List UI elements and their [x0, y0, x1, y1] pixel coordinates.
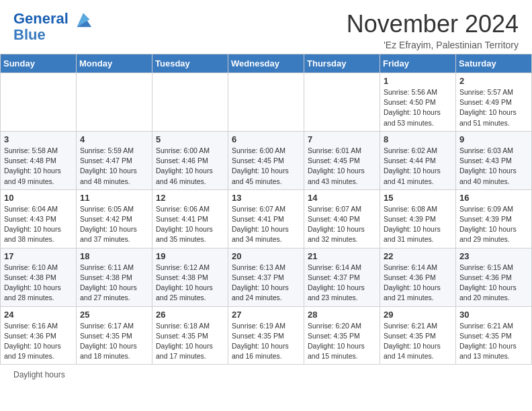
day-number: 29: [384, 310, 452, 320]
calendar-cell: 29Sunrise: 6:21 AM Sunset: 4:35 PM Dayli…: [380, 306, 456, 365]
calendar-cell: 11Sunrise: 6:05 AM Sunset: 4:42 PM Dayli…: [77, 189, 152, 248]
day-info: Sunrise: 6:05 AM Sunset: 4:42 PM Dayligh…: [80, 204, 148, 245]
day-info: Sunrise: 6:10 AM Sunset: 4:38 PM Dayligh…: [4, 263, 73, 304]
day-info: Sunrise: 6:14 AM Sunset: 4:37 PM Dayligh…: [308, 263, 376, 304]
calendar-cell: 15Sunrise: 6:08 AM Sunset: 4:39 PM Dayli…: [380, 189, 456, 248]
day-number: 8: [384, 134, 452, 144]
calendar-cell: 24Sunrise: 6:16 AM Sunset: 4:36 PM Dayli…: [1, 306, 77, 365]
calendar-cell: 27Sunrise: 6:19 AM Sunset: 4:35 PM Dayli…: [228, 306, 304, 365]
day-info: Sunrise: 6:21 AM Sunset: 4:35 PM Dayligh…: [459, 321, 528, 362]
calendar-cell: 28Sunrise: 6:20 AM Sunset: 4:35 PM Dayli…: [304, 306, 380, 365]
calendar-cell: [152, 73, 228, 132]
day-info: Sunrise: 5:58 AM Sunset: 4:48 PM Dayligh…: [4, 146, 73, 187]
column-header-friday: Friday: [380, 54, 456, 73]
column-header-monday: Monday: [77, 54, 152, 73]
title-block: November 2024 'Ez Efrayim, Palestinian T…: [347, 10, 519, 50]
calendar-cell: 2Sunrise: 5:57 AM Sunset: 4:49 PM Daylig…: [456, 73, 532, 132]
day-number: 17: [4, 251, 73, 261]
day-number: 18: [80, 251, 148, 261]
logo-icon: [74, 10, 93, 29]
day-number: 24: [4, 310, 73, 320]
calendar-header-row: SundayMondayTuesdayWednesdayThursdayFrid…: [1, 54, 532, 73]
day-info: Sunrise: 6:00 AM Sunset: 4:46 PM Dayligh…: [156, 146, 224, 187]
day-number: 19: [156, 251, 224, 261]
day-number: 9: [459, 134, 528, 144]
day-number: 1: [384, 76, 452, 86]
day-number: 27: [232, 310, 300, 320]
calendar-cell: 6Sunrise: 6:00 AM Sunset: 4:45 PM Daylig…: [228, 131, 304, 189]
day-info: Sunrise: 5:56 AM Sunset: 4:50 PM Dayligh…: [384, 87, 452, 128]
calendar-cell: 13Sunrise: 6:07 AM Sunset: 4:41 PM Dayli…: [228, 189, 304, 248]
day-info: Sunrise: 6:17 AM Sunset: 4:35 PM Dayligh…: [80, 321, 148, 362]
day-info: Sunrise: 5:57 AM Sunset: 4:49 PM Dayligh…: [459, 87, 528, 128]
day-number: 4: [80, 134, 148, 144]
calendar-cell: [304, 73, 380, 132]
calendar-cell: [228, 73, 304, 132]
calendar-cell: 30Sunrise: 6:21 AM Sunset: 4:35 PM Dayli…: [456, 306, 532, 365]
day-info: Sunrise: 6:07 AM Sunset: 4:41 PM Dayligh…: [232, 204, 300, 245]
day-info: Sunrise: 6:18 AM Sunset: 4:35 PM Dayligh…: [156, 321, 224, 362]
page-header: General Blue November 2024 'Ez Efrayim, …: [0, 0, 532, 54]
day-number: 25: [80, 310, 148, 320]
day-number: 28: [308, 310, 376, 320]
day-number: 21: [308, 251, 376, 261]
day-info: Sunrise: 6:16 AM Sunset: 4:36 PM Dayligh…: [4, 321, 73, 362]
day-info: Sunrise: 6:13 AM Sunset: 4:37 PM Dayligh…: [232, 263, 300, 304]
day-info: Sunrise: 6:00 AM Sunset: 4:45 PM Dayligh…: [232, 146, 300, 187]
day-number: 7: [308, 134, 376, 144]
day-info: Sunrise: 6:01 AM Sunset: 4:45 PM Dayligh…: [308, 146, 376, 187]
location: 'Ez Efrayim, Palestinian Territory: [347, 40, 519, 50]
calendar-cell: [77, 73, 152, 132]
calendar-week-0: 1Sunrise: 5:56 AM Sunset: 4:50 PM Daylig…: [1, 73, 532, 132]
day-info: Sunrise: 5:59 AM Sunset: 4:47 PM Dayligh…: [80, 146, 148, 187]
day-number: 20: [232, 251, 300, 261]
logo: General Blue: [13, 10, 93, 44]
day-info: Sunrise: 6:14 AM Sunset: 4:36 PM Dayligh…: [384, 263, 452, 304]
day-info: Sunrise: 6:21 AM Sunset: 4:35 PM Dayligh…: [384, 321, 452, 362]
day-info: Sunrise: 6:08 AM Sunset: 4:39 PM Dayligh…: [384, 204, 452, 245]
day-number: 23: [459, 251, 528, 261]
column-header-wednesday: Wednesday: [228, 54, 304, 73]
calendar-week-3: 17Sunrise: 6:10 AM Sunset: 4:38 PM Dayli…: [1, 248, 532, 306]
day-info: Sunrise: 6:03 AM Sunset: 4:43 PM Dayligh…: [459, 146, 528, 187]
day-info: Sunrise: 6:02 AM Sunset: 4:44 PM Dayligh…: [384, 146, 452, 187]
day-number: 10: [4, 193, 73, 203]
calendar-week-4: 24Sunrise: 6:16 AM Sunset: 4:36 PM Dayli…: [1, 306, 532, 365]
month-title: November 2024: [347, 10, 519, 38]
calendar-cell: 3Sunrise: 5:58 AM Sunset: 4:48 PM Daylig…: [1, 131, 77, 189]
calendar-cell: 14Sunrise: 6:07 AM Sunset: 4:40 PM Dayli…: [304, 189, 380, 248]
calendar-cell: 4Sunrise: 5:59 AM Sunset: 4:47 PM Daylig…: [77, 131, 152, 189]
calendar-week-2: 10Sunrise: 6:04 AM Sunset: 4:43 PM Dayli…: [1, 189, 532, 248]
calendar-cell: 10Sunrise: 6:04 AM Sunset: 4:43 PM Dayli…: [1, 189, 77, 248]
day-number: 11: [80, 193, 148, 203]
calendar-cell: 17Sunrise: 6:10 AM Sunset: 4:38 PM Dayli…: [1, 248, 77, 306]
day-number: 30: [459, 310, 528, 320]
calendar-cell: 5Sunrise: 6:00 AM Sunset: 4:46 PM Daylig…: [152, 131, 228, 189]
day-info: Sunrise: 6:15 AM Sunset: 4:36 PM Dayligh…: [459, 263, 528, 304]
column-header-saturday: Saturday: [456, 54, 532, 73]
day-info: Sunrise: 6:09 AM Sunset: 4:39 PM Dayligh…: [459, 204, 528, 245]
calendar-cell: 18Sunrise: 6:11 AM Sunset: 4:38 PM Dayli…: [77, 248, 152, 306]
day-number: 14: [308, 193, 376, 203]
calendar-cell: 21Sunrise: 6:14 AM Sunset: 4:37 PM Dayli…: [304, 248, 380, 306]
day-number: 26: [156, 310, 224, 320]
day-info: Sunrise: 6:20 AM Sunset: 4:35 PM Dayligh…: [308, 321, 376, 362]
day-info: Sunrise: 6:11 AM Sunset: 4:38 PM Dayligh…: [80, 263, 148, 304]
day-number: 3: [4, 134, 73, 144]
calendar-cell: 8Sunrise: 6:02 AM Sunset: 4:44 PM Daylig…: [380, 131, 456, 189]
day-info: Sunrise: 6:19 AM Sunset: 4:35 PM Dayligh…: [232, 321, 300, 362]
calendar-table: SundayMondayTuesdayWednesdayThursdayFrid…: [0, 54, 532, 365]
day-number: 6: [232, 134, 300, 144]
day-number: 16: [459, 193, 528, 203]
calendar-cell: 16Sunrise: 6:09 AM Sunset: 4:39 PM Dayli…: [456, 189, 532, 248]
calendar-cell: 20Sunrise: 6:13 AM Sunset: 4:37 PM Dayli…: [228, 248, 304, 306]
day-number: 13: [232, 193, 300, 203]
day-info: Sunrise: 6:04 AM Sunset: 4:43 PM Dayligh…: [4, 204, 73, 245]
day-info: Sunrise: 6:06 AM Sunset: 4:41 PM Dayligh…: [156, 204, 224, 245]
calendar-cell: 19Sunrise: 6:12 AM Sunset: 4:38 PM Dayli…: [152, 248, 228, 306]
calendar-cell: 1Sunrise: 5:56 AM Sunset: 4:50 PM Daylig…: [380, 73, 456, 132]
calendar-week-1: 3Sunrise: 5:58 AM Sunset: 4:48 PM Daylig…: [1, 131, 532, 189]
column-header-tuesday: Tuesday: [152, 54, 228, 73]
calendar-cell: 23Sunrise: 6:15 AM Sunset: 4:36 PM Dayli…: [456, 248, 532, 306]
day-number: 2: [459, 76, 528, 86]
